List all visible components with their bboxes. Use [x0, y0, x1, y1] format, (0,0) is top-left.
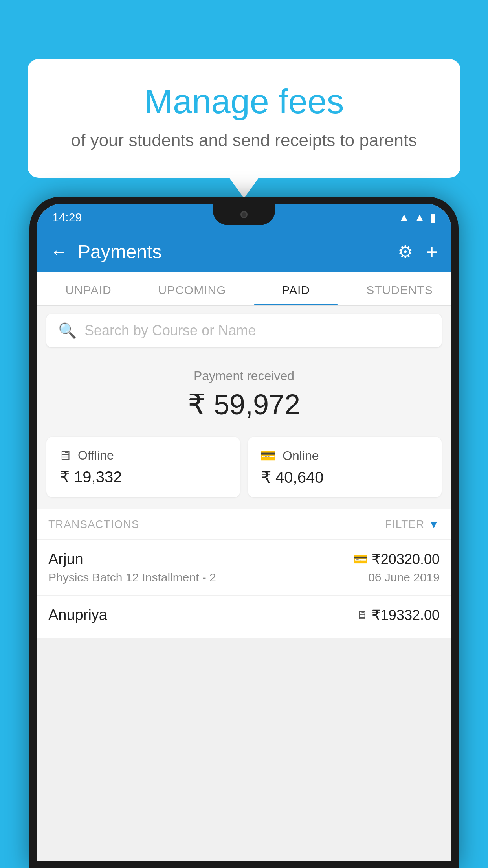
- search-bar[interactable]: 🔍 Search by Course or Name: [46, 314, 442, 347]
- offline-amount: ₹ 19,332: [58, 468, 228, 486]
- transactions-label: TRANSACTIONS: [48, 518, 139, 531]
- transaction-amount: ₹19332.00: [372, 607, 440, 623]
- search-container: 🔍 Search by Course or Name: [37, 306, 451, 355]
- header-title: Payments: [78, 241, 388, 263]
- phone-notch: [213, 204, 275, 225]
- online-label: Online: [283, 449, 319, 463]
- tab-students[interactable]: STUDENTS: [348, 272, 451, 305]
- card-payment-icon: 💳: [353, 552, 368, 566]
- payment-received-section: Payment received ₹ 59,972: [37, 355, 451, 431]
- transaction-name: Anupriya: [48, 607, 107, 623]
- online-card: 💳 Online ₹ 40,640: [248, 437, 442, 497]
- speech-bubble-container: Manage fees of your students and send re…: [28, 59, 460, 178]
- payment-amount: ₹ 59,972: [37, 388, 451, 421]
- filter-label: FILTER: [385, 518, 424, 531]
- phone-frame: 14:29 ▲ ▲ ▮ ← Payments ⚙ + UNPAID UPCOMI…: [29, 197, 459, 868]
- status-time: 14:29: [52, 211, 82, 224]
- add-button[interactable]: +: [426, 240, 438, 264]
- camera: [240, 211, 248, 218]
- phone-inner: 14:29 ▲ ▲ ▮ ← Payments ⚙ + UNPAID UPCOMI…: [37, 204, 451, 861]
- offline-payment-icon: 🖥: [356, 609, 368, 622]
- wifi-icon: ▲: [399, 211, 410, 224]
- tab-unpaid[interactable]: UNPAID: [37, 272, 140, 305]
- settings-button[interactable]: ⚙: [398, 242, 413, 262]
- payment-cards: 🖥 Offline ₹ 19,332 💳 Online ₹ 40,640: [37, 431, 451, 509]
- search-input[interactable]: Search by Course or Name: [84, 322, 256, 339]
- tab-paid[interactable]: PAID: [244, 272, 348, 305]
- online-icon: 💳: [260, 448, 276, 463]
- online-amount: ₹ 40,640: [260, 468, 430, 486]
- transaction-row[interactable]: Anupriya 🖥 ₹19332.00: [37, 595, 451, 638]
- offline-icon: 🖥: [58, 448, 72, 463]
- search-icon: 🔍: [58, 322, 77, 339]
- payment-received-label: Payment received: [37, 369, 451, 383]
- transaction-date: 06 June 2019: [368, 571, 440, 584]
- app-header: ← Payments ⚙ +: [37, 231, 451, 272]
- manage-fees-title: Manage fees: [47, 83, 441, 121]
- offline-label: Offline: [78, 448, 114, 463]
- battery-icon: ▮: [430, 211, 436, 224]
- filter-icon: ▼: [428, 518, 440, 531]
- filter-button[interactable]: FILTER ▼: [385, 518, 440, 531]
- status-icons: ▲ ▲ ▮: [399, 211, 436, 224]
- tab-upcoming[interactable]: UPCOMING: [140, 272, 244, 305]
- status-bar: 14:29 ▲ ▲ ▮: [37, 204, 451, 231]
- tab-bar: UNPAID UPCOMING PAID STUDENTS: [37, 272, 451, 306]
- transaction-course: Physics Batch 12 Installment - 2: [48, 571, 216, 584]
- speech-bubble: Manage fees of your students and send re…: [28, 59, 460, 178]
- signal-icon: ▲: [414, 211, 425, 224]
- transaction-row[interactable]: Arjun 💳 ₹20320.00 Physics Batch 12 Insta…: [37, 539, 451, 595]
- offline-card: 🖥 Offline ₹ 19,332: [46, 437, 240, 497]
- transaction-amount: ₹20320.00: [372, 551, 440, 568]
- transaction-name: Arjun: [48, 551, 83, 568]
- back-button[interactable]: ←: [50, 242, 68, 262]
- manage-fees-subtitle: of your students and send receipts to pa…: [47, 131, 441, 150]
- transactions-header: TRANSACTIONS FILTER ▼: [37, 509, 451, 539]
